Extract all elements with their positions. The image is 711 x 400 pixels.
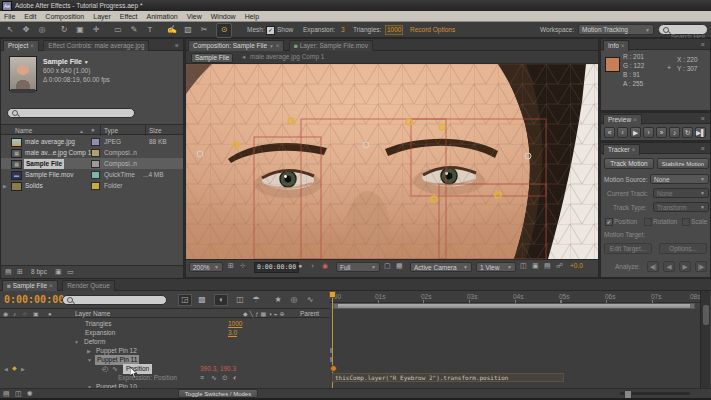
property-value[interactable]: 1000 [228, 320, 242, 328]
keyframe-dot-icon[interactable] [330, 365, 337, 372]
puppet-pin-tool-icon[interactable]: ⊙ [216, 23, 232, 38]
scrollbar-thumb[interactable] [703, 305, 709, 325]
table-row[interactable]: ▶ Solids Folder [1, 180, 183, 191]
track-motion-button[interactable]: Track Motion [604, 158, 654, 169]
row-position[interactable]: ◀ ◆ ▶ ◴ ∿ Position 390.3, 190.3 [0, 364, 330, 373]
row-expansion[interactable]: Expansion 3.0 [0, 328, 330, 337]
panel-menu-icon[interactable]: ≡ [175, 42, 179, 50]
disclosure-open-icon[interactable]: ▼ [87, 356, 92, 364]
new-composition-icon[interactable]: ▣ [55, 267, 62, 277]
expression-readout[interactable]: thisComp.layer("R Eyebrow 2").transform.… [332, 373, 564, 382]
property-label[interactable]: Triangles [85, 320, 112, 328]
frame-blending-icon[interactable]: ◫ [234, 295, 246, 305]
chevron-down-icon[interactable]: ▼ [84, 59, 89, 65]
table-row[interactable]: male average.jpg JPEG 88 KB [1, 136, 183, 147]
label-column-icon[interactable]: ● [91, 126, 95, 134]
bpc-label[interactable]: 8 bpc [31, 268, 47, 276]
comp-timecode[interactable]: 0:00:00:00 [254, 262, 299, 273]
row-puppet-pin-11[interactable]: ▼ Puppet Pin 11 [0, 355, 330, 364]
item-name[interactable]: Sample File.mov [25, 171, 73, 179]
hand-tool-icon[interactable]: ✥ [20, 25, 32, 35]
hide-shy-layers-icon[interactable]: ◖ [214, 294, 228, 306]
work-area-end-handle[interactable] [690, 304, 694, 308]
position-checkbox-label[interactable]: Position [614, 218, 637, 226]
tab-project[interactable]: Project × [3, 40, 39, 51]
pixel-aspect-icon[interactable]: ◫ [520, 261, 527, 271]
label-chip[interactable] [91, 171, 100, 179]
item-name[interactable]: Solids [25, 182, 43, 190]
timeline-button-icon[interactable]: ▤ [544, 261, 551, 271]
label-chip[interactable] [91, 138, 100, 146]
expansion-value[interactable]: 3 [341, 26, 345, 34]
motion-source-dropdown[interactable]: None▼ [650, 174, 709, 184]
layer-name-column[interactable]: Layer Name [75, 310, 110, 318]
draft-3d-icon[interactable]: ▩ [196, 295, 208, 305]
timeline-zoom-slider[interactable] [620, 392, 690, 395]
close-icon[interactable]: × [30, 42, 34, 49]
chevron-down-icon[interactable]: ▼ [269, 43, 274, 49]
time-ruler[interactable]: :00 01s 02s 03s 04s 05s 06s 07s 08s [330, 291, 700, 303]
menu-window[interactable]: Window [211, 13, 236, 20]
exposure-value[interactable]: +0.0 [570, 262, 583, 270]
property-group-label[interactable]: Deform [84, 338, 105, 346]
position-checkbox[interactable]: ✓ [605, 218, 613, 226]
menu-effect[interactable]: Effect [120, 13, 138, 20]
menu-animation[interactable]: Animation [147, 13, 178, 20]
project-search-box[interactable] [7, 108, 135, 118]
comp-viewer[interactable] [186, 64, 598, 259]
parent-column[interactable]: Parent [300, 310, 319, 318]
motion-blur-icon[interactable]: ☂ [250, 295, 262, 305]
safe-margins-icon[interactable]: ⊞ [228, 261, 234, 271]
row-puppet-pin-12[interactable]: ▶ Puppet Pin 12 [0, 346, 330, 355]
interpret-footage-icon[interactable]: ▤ [5, 267, 12, 277]
camera-dropdown[interactable]: Active Camera▼ [410, 262, 472, 272]
panel-menu-icon[interactable]: ≡ [701, 41, 705, 49]
ram-preview-button[interactable]: ▶▌ [695, 127, 706, 138]
disclosure-open-icon[interactable]: ▼ [74, 338, 79, 346]
col-size[interactable]: Size [149, 127, 162, 135]
menu-layer[interactable]: Layer [93, 13, 111, 20]
menu-view[interactable]: View [187, 13, 202, 20]
work-area-start-handle[interactable] [334, 304, 338, 308]
property-value[interactable]: 3.0 [228, 329, 237, 337]
tab-info[interactable]: Info × [603, 40, 629, 51]
table-row[interactable]: ▬ Sample File.mov QuickTime ...4 MB [1, 169, 183, 180]
timeline-scrollbar[interactable] [700, 291, 710, 388]
tab-effect-controls[interactable]: Effect Controls: male average.jpg [43, 40, 149, 51]
analyze-backward-button[interactable]: ◀ [663, 261, 675, 272]
panel-menu-icon[interactable]: ≡ [701, 115, 705, 123]
zoom-tool-icon[interactable]: ◎ [36, 25, 48, 35]
label-chip[interactable] [91, 182, 100, 190]
keyframe-nav-left-icon[interactable]: ◀ [4, 365, 8, 373]
edit-target-button[interactable]: Edit Target... [604, 243, 652, 254]
selection-tool-icon[interactable]: ↖ [4, 25, 16, 35]
analyze-backward-frame-button[interactable]: ◀| [647, 261, 659, 272]
item-name[interactable]: Sample File [24, 159, 64, 169]
last-frame-button[interactable]: » [656, 127, 667, 138]
keyframe-icon[interactable]: I [330, 356, 332, 364]
flowchart-icon[interactable]: ☍ [556, 261, 563, 271]
close-icon[interactable]: × [49, 282, 53, 289]
track-type-dropdown[interactable]: Transform▼ [653, 202, 709, 212]
col-type[interactable]: Type [104, 127, 118, 135]
show-snapshot-icon[interactable]: ◑ [310, 261, 314, 271]
expression-text[interactable]: thisComp.layer("R Eyebrow 2").transform.… [333, 374, 563, 381]
audio-button[interactable]: ♪ [669, 127, 680, 138]
graph-editor-icon[interactable]: ∿ [304, 295, 316, 305]
row-deform[interactable]: ▼ Deform [0, 337, 330, 346]
preview-item-name[interactable]: Sample File ▼ [43, 57, 89, 67]
stabilize-motion-button[interactable]: Stabilize Motion [657, 158, 709, 169]
col-name[interactable]: Name [15, 127, 32, 135]
channels-icon[interactable]: ◉ [322, 261, 328, 271]
auto-keyframe-icon[interactable]: ◎ [288, 295, 300, 305]
tab-render-queue[interactable]: Render Queue [62, 280, 115, 291]
panel-menu-icon[interactable]: ≡ [701, 145, 705, 153]
play-button[interactable]: ▶ [630, 127, 641, 138]
shape-tool-icon[interactable]: ▭ [112, 25, 124, 35]
resolution-dropdown[interactable]: Full▼ [336, 262, 380, 272]
mask-visibility-icon[interactable]: ⊹ [240, 261, 246, 271]
timeline-search-box[interactable] [62, 295, 167, 305]
brainstorm-icon[interactable]: ★ [272, 295, 284, 305]
rotation-checkbox-label[interactable]: Rotation [653, 218, 677, 226]
item-name[interactable]: male average.jpg [25, 138, 75, 146]
